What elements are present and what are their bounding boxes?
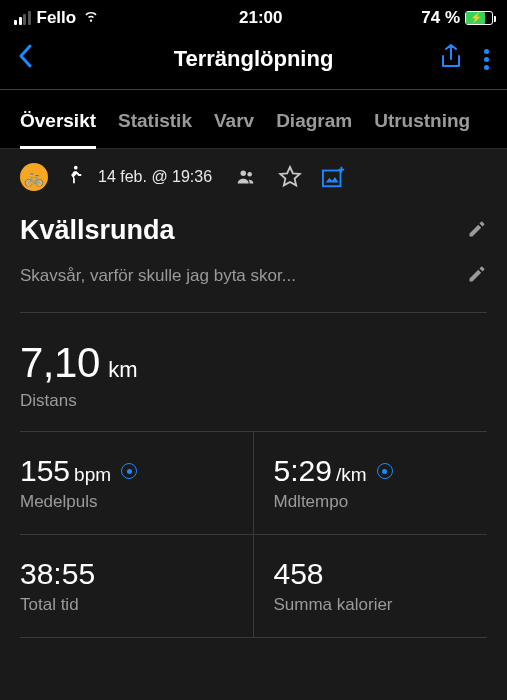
status-right: 74 % ⚡ (421, 8, 493, 28)
page-title: Terränglöpning (98, 46, 409, 72)
stat-time: 38:55 Total tid (20, 535, 254, 638)
activity-datetime: 14 feb. @ 19:36 (98, 168, 212, 186)
tab-statistics[interactable]: Statistik (118, 90, 192, 148)
svg-point-0 (74, 166, 78, 170)
svg-point-1 (241, 171, 247, 177)
wifi-icon (82, 6, 100, 29)
activity-note: Skavsår, varför skulle jag byta skor... (20, 266, 296, 286)
add-photo-icon[interactable] (322, 165, 346, 189)
pace-value: 5:29 (274, 454, 332, 488)
edit-note-button[interactable] (467, 264, 487, 288)
distance-value: 7,10 (20, 339, 100, 386)
activity-title: Kvällsrunda (20, 215, 175, 246)
time-label: Total tid (20, 595, 233, 615)
battery-icon: ⚡ (465, 11, 493, 25)
calories-value: 458 (274, 557, 324, 591)
star-icon[interactable] (278, 165, 302, 189)
carrier-label: Fello (37, 8, 77, 28)
status-left: Fello (14, 6, 100, 29)
tab-charts[interactable]: Diagram (276, 90, 352, 148)
tab-bar: Översikt Statistik Varv Diagram Utrustni… (0, 89, 507, 149)
activity-meta-row: 🚲 14 feb. @ 19:36 (20, 163, 487, 191)
back-button[interactable] (18, 43, 32, 75)
time-value: 38:55 (20, 557, 95, 591)
battery-percent: 74 % (421, 8, 460, 28)
stat-heart-rate: 155 bpm Medelpuls (20, 432, 254, 535)
nav-bar: Terränglöpning (0, 31, 507, 89)
tab-laps[interactable]: Varv (214, 90, 254, 148)
more-button[interactable] (484, 49, 489, 70)
svg-point-2 (247, 172, 252, 177)
status-time: 21:00 (239, 8, 282, 28)
distance-unit: km (108, 357, 137, 382)
stat-pace: 5:29 /km Mdltempo (254, 432, 488, 535)
pace-label: Mdltempo (274, 492, 488, 512)
hr-value: 155 (20, 454, 70, 488)
stat-distance: 7,10 km Distans (20, 339, 487, 432)
share-button[interactable] (440, 44, 462, 74)
people-icon[interactable] (234, 165, 258, 189)
tab-overview[interactable]: Översikt (20, 90, 96, 148)
distance-label: Distans (20, 391, 487, 411)
stat-calories: 458 Summa kalorier (254, 535, 488, 638)
calories-label: Summa kalorier (274, 595, 488, 615)
svg-rect-3 (323, 171, 341, 187)
tab-gear[interactable]: Utrustning (374, 90, 470, 148)
edit-title-button[interactable] (467, 219, 487, 243)
bike-icon: 🚲 (20, 163, 48, 191)
signal-icon (14, 11, 31, 25)
pulse-icon (121, 463, 137, 479)
hr-label: Medelpuls (20, 492, 233, 512)
hr-unit: bpm (74, 464, 111, 486)
pulse-icon (377, 463, 393, 479)
content: 🚲 14 feb. @ 19:36 Kvällsrunda Skavsår, v… (0, 149, 507, 700)
pace-unit: /km (336, 464, 367, 486)
runner-icon (62, 164, 84, 190)
status-bar: Fello 21:00 74 % ⚡ (0, 0, 507, 31)
